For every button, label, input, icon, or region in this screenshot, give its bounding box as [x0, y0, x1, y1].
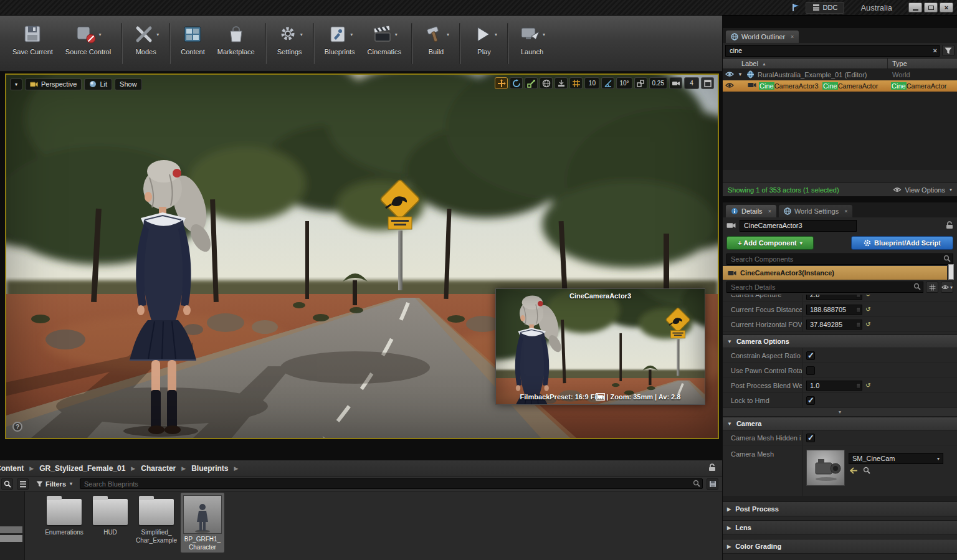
source-control-button[interactable]: ▾ Source Control — [59, 21, 117, 58]
display-filter-button[interactable]: ▾ — [941, 282, 953, 293]
save-search-button[interactable] — [707, 478, 718, 490]
grid-snap-button[interactable] — [569, 77, 583, 89]
search-blueprints-input[interactable] — [80, 478, 703, 489]
reset-to-default-icon[interactable]: ↺ — [865, 321, 870, 328]
rotate-tool-button[interactable] — [510, 77, 523, 89]
reset-to-default-icon[interactable]: ↺ — [865, 382, 870, 389]
view-options-button[interactable]: View Options ▾ — [893, 186, 952, 194]
restore-button[interactable] — [924, 2, 938, 12]
close-button[interactable]: × — [940, 2, 953, 12]
search-components-input[interactable] — [726, 254, 953, 265]
grid-snap-value[interactable]: 10 — [584, 77, 599, 89]
drag-handle[interactable] — [856, 383, 860, 389]
outliner-filters-button[interactable] — [942, 45, 955, 56]
actor-name-input[interactable] — [740, 220, 857, 232]
asset-bp-grfh1-character[interactable]: BP_GRFH1_Character — [181, 493, 224, 553]
camera-mesh-thumbnail[interactable] — [806, 450, 845, 486]
current-aperture-input[interactable]: 2.8 — [806, 295, 862, 300]
ddc-button[interactable]: DDC — [806, 2, 845, 14]
outliner-row-world[interactable]: ▼ RuralAustralia_Example_01 (Editor) Wor… — [723, 69, 957, 80]
sources-panel-toggle-button[interactable] — [17, 478, 29, 490]
breadcrumb-gr-stylized-female[interactable]: GR_Stylized_Female_01 — [39, 464, 125, 473]
tab-world-outliner[interactable]: World Outliner × — [725, 30, 799, 43]
search-details-input[interactable] — [726, 282, 923, 293]
help-button[interactable]: ? — [12, 422, 22, 432]
use-selected-asset-button[interactable] — [850, 467, 858, 475]
reset-to-default-icon[interactable]: ↺ — [865, 295, 870, 298]
section-camera-options[interactable]: ▼ Camera Options — [723, 335, 957, 348]
tab-details[interactable]: Details × — [725, 204, 777, 217]
clear-search-icon[interactable]: × — [933, 47, 937, 54]
drag-handle[interactable] — [856, 295, 860, 298]
sources-panel-collapsed[interactable] — [0, 491, 25, 560]
angle-snap-button[interactable] — [601, 77, 614, 89]
section-post-process[interactable]: ▶ Post Process — [723, 501, 957, 516]
maximize-viewport-button[interactable] — [701, 77, 714, 89]
lock-content-browser-button[interactable] — [708, 463, 716, 473]
drag-handle[interactable] — [856, 307, 860, 313]
outliner-row-cinecameraactor3[interactable]: CineCameraActor3 CineCameraActor CineCam… — [723, 80, 957, 92]
camera-speed-value[interactable]: 4 — [684, 77, 699, 89]
outliner-search-input[interactable] — [725, 45, 940, 57]
play-button[interactable]: ▾ Play — [465, 21, 503, 58]
scale-tool-button[interactable] — [525, 77, 538, 89]
camera-mesh-hidden-checkbox[interactable] — [806, 434, 815, 442]
current-focus-distance-input[interactable]: 188.688705 — [806, 305, 862, 315]
tab-world-settings[interactable]: World Settings × — [778, 204, 854, 217]
drag-handle[interactable] — [856, 322, 860, 328]
lock-to-hmd-checkbox[interactable] — [806, 396, 815, 405]
expand-arrow-icon[interactable]: ▼ — [738, 72, 743, 77]
scale-snap-value[interactable]: 0.25 — [649, 77, 667, 89]
visibility-eye-icon[interactable] — [725, 82, 734, 90]
breadcrumb-content[interactable]: Content — [0, 464, 24, 473]
current-horizontal-fov-input[interactable]: 37.849285 — [806, 320, 862, 330]
browse-to-asset-button[interactable] — [863, 467, 870, 475]
breadcrumb-blueprints[interactable]: Blueprints — [191, 464, 228, 473]
lit-button[interactable]: Lit — [84, 78, 112, 90]
settings-button[interactable]: ▾ Settings — [270, 21, 309, 58]
asset-folder-hud[interactable]: HUD — [88, 493, 132, 538]
close-tab-icon[interactable]: × — [768, 208, 771, 214]
feedback-flag-icon[interactable] — [791, 2, 801, 12]
section-lens[interactable]: ▶ Lens — [723, 520, 957, 535]
reset-to-default-icon[interactable]: ↺ — [865, 306, 870, 313]
scale-snap-toggle-button[interactable] — [634, 77, 647, 89]
asset-folder-enumerations[interactable]: Enumerations — [42, 493, 86, 538]
type-column-header[interactable]: Type — [892, 60, 907, 67]
collection-bar[interactable] — [0, 535, 22, 542]
camera-mesh-dropdown[interactable]: SM_CineCam ▾ — [849, 453, 943, 464]
minimize-button[interactable] — [908, 2, 922, 12]
viewport-options-button[interactable]: ▾ — [10, 78, 22, 90]
constrain-aspect-ratio-checkbox[interactable] — [806, 351, 815, 360]
section-color-grading[interactable]: ▶ Color Grading — [723, 539, 957, 554]
build-button[interactable]: ▾ Build — [417, 21, 455, 58]
search-assets-button[interactable] — [1, 478, 13, 490]
close-tab-icon[interactable]: × — [844, 208, 847, 214]
property-matrix-button[interactable] — [926, 282, 938, 293]
modes-button[interactable]: ▾ Modes — [126, 21, 165, 58]
level-viewport[interactable]: ▾ Perspective Lit Show — [5, 74, 719, 439]
surface-snap-button[interactable] — [555, 77, 568, 89]
camera-speed-button[interactable] — [669, 77, 682, 89]
filters-button[interactable]: Filters ▾ — [32, 478, 76, 490]
perspective-button[interactable]: Perspective — [25, 78, 82, 90]
blueprint-add-script-button[interactable]: Blueprint/Add Script — [851, 236, 953, 250]
scrollbar-thumb[interactable] — [948, 264, 954, 280]
column-divider[interactable] — [887, 59, 888, 69]
section-camera[interactable]: ▼ Camera — [723, 417, 957, 430]
cinematics-button[interactable]: ▾ Cinematics — [361, 21, 407, 58]
save-current-button[interactable]: Save Current — [6, 21, 59, 58]
marketplace-button[interactable]: Marketplace — [211, 21, 261, 58]
advanced-properties-expander[interactable]: ▾ — [723, 408, 957, 417]
move-tool-button[interactable] — [495, 77, 508, 89]
show-button[interactable]: Show — [115, 78, 142, 90]
angle-snap-value[interactable]: 10° — [616, 77, 632, 89]
add-component-button[interactable]: + Add Component ▾ — [726, 236, 814, 250]
lock-details-button[interactable] — [946, 221, 953, 230]
component-cinecameraactor3-instance[interactable]: CineCameraActor3(Instance) — [723, 266, 947, 280]
world-local-toggle-button[interactable] — [540, 77, 553, 89]
blueprints-button[interactable]: ▾ Blueprints — [318, 21, 361, 58]
collection-bar[interactable] — [0, 526, 22, 533]
content-button[interactable]: Content — [174, 21, 211, 58]
launch-button[interactable]: ▾ Launch — [513, 21, 551, 58]
